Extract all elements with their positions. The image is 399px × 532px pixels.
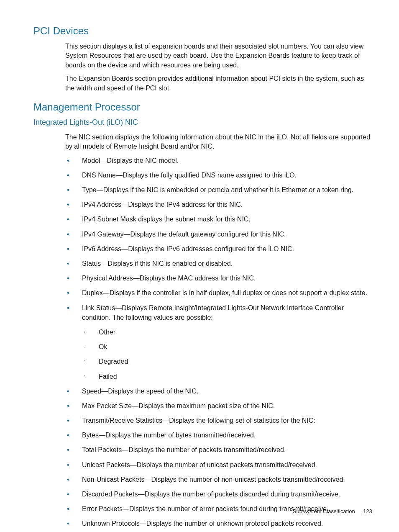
heading-management-processor: Management Processor <box>33 101 374 113</box>
list-item: Unknown Protocols—Displays the number of… <box>65 519 374 528</box>
list-item-text: Link Status—Displays Remote Insight/Inte… <box>82 304 344 321</box>
list-item: Discarded Packets—Displays the number of… <box>65 489 374 499</box>
page-footer: Sub-system Classification 123 <box>293 508 372 514</box>
link-status-values-list: Other Ok Degraded Failed <box>82 327 374 381</box>
pci-paragraph-1: This section displays a list of expansio… <box>65 42 374 70</box>
list-item: DNS Name—Displays the fully qualified DN… <box>65 170 374 180</box>
list-subitem: Degraded <box>82 357 374 366</box>
pci-paragraph-2: The Expansion Boards section provides ad… <box>65 74 374 93</box>
list-item: Duplex—Displays if the controller is in … <box>65 288 374 298</box>
ilo-nic-bullet-list: Model—Displays the NIC model. DNS Name—D… <box>65 156 374 532</box>
list-item: IPv6 Address—Displays the IPv6 addresses… <box>65 244 374 254</box>
list-item: Model—Displays the NIC model. <box>65 156 374 165</box>
list-item-link-status: Link Status—Displays Remote Insight/Inte… <box>65 303 374 381</box>
list-item: Total Packets—Displays the number of pac… <box>65 445 374 455</box>
list-item: IPv4 Subnet Mask displays the subnet mas… <box>65 214 374 224</box>
list-item: Unicast Packets—Displays the number of u… <box>65 460 374 470</box>
list-subitem: Other <box>82 327 374 337</box>
list-item: Max Packet Size—Displays the maximum pac… <box>65 401 374 411</box>
list-item: Speed—Displays the speed of the NIC. <box>65 386 374 396</box>
list-item: Transmit/Receive Statistics—Displays the… <box>65 416 374 425</box>
heading-pci-devices: PCI Devices <box>33 25 374 37</box>
list-item: Non-Unicast Packets—Displays the number … <box>65 475 374 484</box>
footer-label: Sub-system Classification <box>293 508 355 514</box>
list-item: IPv4 Address—Displays the IPv4 address f… <box>65 200 374 209</box>
list-subitem: Failed <box>82 372 374 381</box>
footer-page-number: 123 <box>363 508 372 514</box>
list-item: Status—Displays if this NIC is enabled o… <box>65 259 374 268</box>
ilo-nic-intro: The NIC section displays the following i… <box>65 133 374 152</box>
list-item: IPv4 Gateway—Displays the default gatewa… <box>65 229 374 239</box>
list-item: Bytes—Displays the number of bytes trans… <box>65 430 374 440</box>
list-item: Physical Address—Displays the MAC addres… <box>65 273 374 283</box>
list-subitem: Ok <box>82 342 374 352</box>
heading-ilo-nic: Integrated Lights-Out (iLO) NIC <box>33 118 374 127</box>
list-item: Type—Displays if the NIC is embedded or … <box>65 185 374 195</box>
